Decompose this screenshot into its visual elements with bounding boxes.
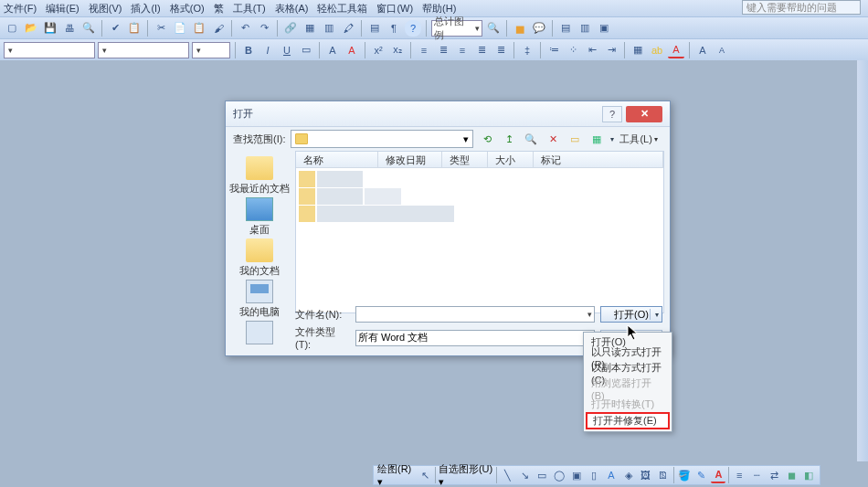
tool-a-icon[interactable]: ▤ <box>557 20 574 37</box>
grow-font-icon[interactable]: A <box>694 42 711 58</box>
vertical-scrollbar[interactable] <box>857 60 868 461</box>
tool-c-icon[interactable]: ▣ <box>596 20 612 37</box>
back-icon[interactable]: ⟲ <box>479 131 495 147</box>
linestyle-icon[interactable]: ≡ <box>732 467 746 483</box>
views-arrow-icon[interactable]: ▾ <box>610 135 614 143</box>
menu-help[interactable]: 帮助(H) <box>422 2 456 16</box>
3d-icon[interactable]: ◧ <box>801 467 816 483</box>
help-search-input[interactable]: 键入需要帮助的问题 <box>742 0 861 15</box>
menu-format[interactable]: 格式(O) <box>170 2 205 16</box>
print-icon[interactable]: 🖶 <box>61 20 78 37</box>
align-right-icon[interactable]: ≡ <box>454 42 471 58</box>
fontcolor2-icon[interactable]: A <box>711 467 725 483</box>
wordart-icon[interactable]: A <box>604 467 619 483</box>
list-item[interactable] <box>299 171 661 187</box>
size-combo[interactable]: ▾ <box>192 42 230 58</box>
linespacing-icon[interactable]: ‡ <box>519 42 535 58</box>
style-combo[interactable]: ▾ <box>4 42 95 58</box>
open-button[interactable]: 打开(O)▾ <box>600 306 662 323</box>
bullets-icon[interactable]: ⁘ <box>565 42 581 58</box>
arrow-icon[interactable]: ↘ <box>517 467 532 483</box>
draw-menu[interactable]: 绘图(R) ▾ <box>377 462 415 487</box>
autoshape-menu[interactable]: 自选图形(U) ▾ <box>439 462 494 487</box>
search-icon[interactable]: 🔍 <box>523 131 539 147</box>
menu-view[interactable]: 视图(V) <box>89 2 122 16</box>
format-painter-icon[interactable]: 🖌 <box>210 20 227 37</box>
outdent-icon[interactable]: ⇤ <box>584 42 600 58</box>
up-icon[interactable]: ↥ <box>501 131 517 147</box>
drawing-icon[interactable]: 🖍 <box>340 20 356 37</box>
tool-b-icon[interactable]: ▥ <box>577 20 593 37</box>
vtextbox-icon[interactable]: ▯ <box>587 467 601 483</box>
help-icon[interactable]: ? <box>405 20 421 37</box>
superscript-icon[interactable]: x² <box>370 42 386 58</box>
research-icon[interactable]: 📋 <box>126 20 143 37</box>
tools-menu[interactable]: 工具(L) ▾ <box>619 132 657 146</box>
borders-icon[interactable]: ▦ <box>630 42 646 58</box>
views-icon[interactable]: ▦ <box>588 131 605 147</box>
filetype-input[interactable]: 所有 Word 文档▾ <box>355 330 595 346</box>
columns-icon[interactable]: ▥ <box>321 20 337 37</box>
redo-icon[interactable]: ↷ <box>256 20 272 37</box>
menu-window[interactable]: 窗口(W) <box>376 2 413 16</box>
menu-table[interactable]: 表格(A) <box>275 2 309 16</box>
zoom-icon[interactable]: 🔍 <box>485 20 502 37</box>
place-documents[interactable]: 我的文档 <box>229 238 290 278</box>
lookin-combo[interactable]: ▾ <box>291 130 473 148</box>
linecolor-icon[interactable]: ✎ <box>694 467 709 483</box>
underline-icon[interactable]: U <box>279 42 295 58</box>
highlighter-icon[interactable]: ab <box>649 42 665 58</box>
align-left-icon[interactable]: ≡ <box>416 42 432 58</box>
dialog-help-button[interactable]: ? <box>602 106 622 122</box>
char-a-icon[interactable]: A <box>344 42 360 58</box>
oval-icon[interactable]: ◯ <box>552 467 566 483</box>
spellcheck-icon[interactable]: ✔ <box>107 20 123 37</box>
indent-icon[interactable]: ⇥ <box>603 42 619 58</box>
table-icon[interactable]: ▦ <box>302 20 318 37</box>
clipart-icon[interactable]: 🖼 <box>639 467 653 483</box>
menu-tools[interactable]: 工具(T) <box>233 2 266 16</box>
diagram-icon[interactable]: ◈ <box>621 467 636 483</box>
place-computer[interactable]: 我的电脑 <box>229 280 290 319</box>
menu-open-repair[interactable]: 打开并修复(E) <box>586 412 670 429</box>
file-list[interactable]: 名称 修改日期 类型 大小 标记 <box>295 151 664 313</box>
legend-combo[interactable]: 总计图例▾ <box>431 20 482 37</box>
highlight-icon[interactable]: ▅ <box>512 20 528 37</box>
select-icon[interactable]: ↖ <box>418 467 432 483</box>
numbering-icon[interactable]: ≔ <box>545 42 562 58</box>
align-center-icon[interactable]: ≣ <box>435 42 451 58</box>
comment-icon[interactable]: 💬 <box>531 20 547 37</box>
fillcolor-icon[interactable]: 🪣 <box>677 467 692 483</box>
line-icon[interactable]: ╲ <box>500 467 514 483</box>
menu-trad[interactable]: 繁 <box>214 2 224 16</box>
hyperlink-icon[interactable]: 🔗 <box>282 20 299 37</box>
place-recent[interactable]: 我最近的文档 <box>229 156 290 196</box>
open-icon[interactable]: 📂 <box>23 20 39 37</box>
menu-easytoolbox[interactable]: 轻松工具箱 <box>317 2 367 16</box>
para-icon[interactable]: ¶ <box>386 20 402 37</box>
italic-icon[interactable]: I <box>259 42 276 58</box>
align-justify-icon[interactable]: ≣ <box>473 42 490 58</box>
list-item[interactable] <box>299 188 661 205</box>
border-icon[interactable]: ▭ <box>298 42 314 58</box>
cut-icon[interactable]: ✂ <box>153 20 169 37</box>
col-type[interactable]: 类型 <box>442 152 488 167</box>
font-combo[interactable]: ▾ <box>98 42 189 58</box>
menu-insert[interactable]: 插入(I) <box>131 2 160 16</box>
copy-icon[interactable]: 📄 <box>172 20 188 37</box>
place-network[interactable] <box>229 321 290 346</box>
col-date[interactable]: 修改日期 <box>378 152 442 167</box>
char-a2-icon[interactable]: A <box>324 42 341 58</box>
menu-file[interactable]: 文件(F) <box>4 2 37 16</box>
bold-icon[interactable]: B <box>240 42 257 58</box>
menu-edit[interactable]: 编辑(E) <box>46 2 79 16</box>
list-item[interactable] <box>299 206 661 222</box>
distribute-icon[interactable]: ≣ <box>492 42 509 58</box>
undo-icon[interactable]: ↶ <box>237 20 253 37</box>
paste-icon[interactable]: 📋 <box>191 20 207 37</box>
dashstyle-icon[interactable]: ┄ <box>749 467 764 483</box>
docmap-icon[interactable]: ▤ <box>366 20 383 37</box>
col-name[interactable]: 名称 <box>296 152 378 167</box>
fontcolor-icon[interactable]: A <box>668 42 684 58</box>
col-size[interactable]: 大小 <box>488 152 534 167</box>
